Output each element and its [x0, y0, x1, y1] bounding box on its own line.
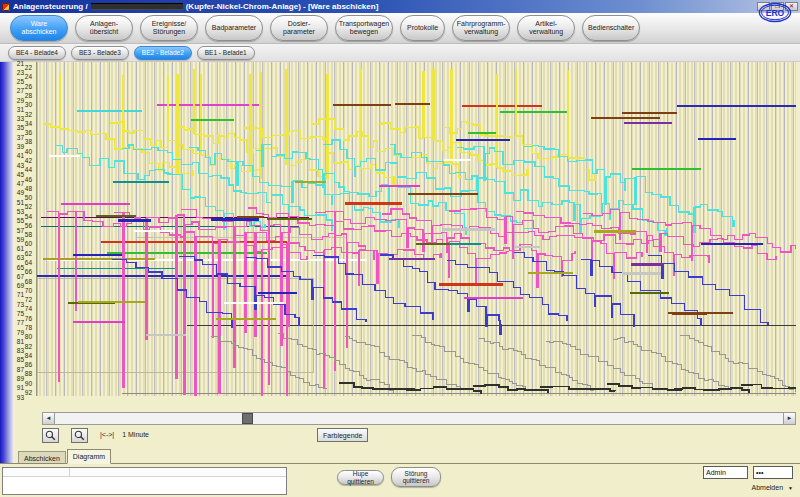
- toolbar-button-dosier-parameter[interactable]: Dosier- parameter: [270, 15, 328, 41]
- scrollbar-track[interactable]: [55, 413, 783, 424]
- trace-entlade-dark-1: [406, 387, 481, 394]
- view-tab-bar: AbschickenDiagramm: [18, 449, 112, 464]
- toolbar-button-transportwagen-bewegen[interactable]: Transportwagen bewegen: [335, 15, 393, 41]
- logout-label: Abmelden: [752, 484, 784, 491]
- horn-acknowledge-button[interactable]: Hupe quittieren: [337, 470, 384, 485]
- left-accent-strip: [0, 62, 13, 497]
- bottom-panel: Hupe quittieren Störung quittieren Abmel…: [0, 464, 800, 497]
- trace-spuele-cyan-2: [189, 148, 399, 228]
- trace-trockner-gray-2: [345, 337, 460, 391]
- trace-trockner-gray-4: [479, 339, 594, 391]
- toolbar-button-ereignisse-st-rungen[interactable]: Ereignisse/ Störungen: [140, 15, 198, 41]
- magnifier-icon: [45, 430, 56, 441]
- title-bar: Anlagensteuerung / (Kupfer-Nickel-Chrom-…: [0, 0, 800, 13]
- trace-spuele-cyan-7: [524, 146, 734, 232]
- svg-text:ERO: ERO: [766, 8, 785, 18]
- toolbar-button-fahrprogramm-verwaltung[interactable]: Fahrprogramm- verwaltung: [452, 15, 510, 41]
- position-axis: 2122232425262728293031323334353637383940…: [13, 62, 36, 402]
- main-toolbar: Ware abschickenAnlagen- übersichtEreigni…: [0, 13, 800, 44]
- toolbar-button-protokolle[interactable]: Protokolle: [400, 15, 445, 41]
- trace-trockner-gray-7: [680, 335, 795, 392]
- app-window: Anlagensteuerung / (Kupfer-Nickel-Chrom-…: [0, 0, 800, 497]
- window-title-prefix: Anlagensteuerung /: [13, 2, 88, 11]
- station-tab-be1[interactable]: BE1 - Belade1: [197, 46, 255, 60]
- ero-logo: ERO: [758, 2, 792, 23]
- toolbar-button-artikel-verwaltung[interactable]: Artikel- verwaltung: [517, 15, 575, 41]
- trace-beize-yellow-3: [244, 70, 394, 185]
- trace-transport-blue-4: [380, 255, 501, 335]
- scroll-right-icon[interactable]: ►: [783, 413, 795, 424]
- trace-entlade-dark-3: [540, 387, 615, 392]
- station-tab-be4[interactable]: BE4 - Belade4: [8, 46, 66, 60]
- trace-trockner-gray-3: [412, 336, 527, 390]
- color-legend-button[interactable]: Farblegende: [317, 428, 368, 442]
- trace-galvanik-magenta-6: [449, 209, 709, 276]
- scroll-left-icon[interactable]: ◄: [43, 413, 55, 424]
- time-scale-label: |<->| 1 Minute: [100, 431, 149, 438]
- station-tab-row: BE4 - Belade4BE3 - Belade3BE2 - Belade2B…: [0, 44, 800, 62]
- redacted-title-text: [91, 3, 183, 10]
- station-tab-be3[interactable]: BE3 - Belade3: [71, 46, 129, 60]
- zoom-in-button[interactable]: [42, 428, 59, 443]
- dispatch-list[interactable]: [2, 467, 287, 495]
- axis-tick-93: 93: [14, 395, 24, 401]
- trace-entlade-dark-5: [674, 388, 749, 393]
- toolbar-button-badparameter[interactable]: Badparameter: [205, 15, 263, 41]
- content-area: 2122232425262728293031323334353637383940…: [0, 62, 800, 497]
- chart-horizontal-scrollbar[interactable]: ◄ ►: [42, 412, 796, 425]
- station-tab-be2[interactable]: BE2 - Belade2: [134, 46, 192, 60]
- toolbar-button-ware-abschicken[interactable]: Ware abschicken: [10, 15, 68, 41]
- app-icon: [2, 3, 10, 11]
- trace-spuele-cyan-4: [323, 140, 533, 229]
- trace-transport-blue-3: [313, 255, 433, 319]
- magnifier-icon: [74, 430, 85, 441]
- toolbar-button-anlagen-bersicht[interactable]: Anlagen- übersicht: [75, 15, 133, 41]
- chevron-down-icon: ▼: [788, 485, 793, 491]
- trace-transport-blue-6: [514, 252, 634, 327]
- trace-beize-yellow-0: [43, 74, 193, 175]
- trace-transport-blue-8: [648, 255, 768, 325]
- user-field[interactable]: [703, 466, 748, 479]
- trace-beize-yellow-6: [445, 70, 595, 181]
- trace-galvanik-magenta-7: [516, 211, 776, 259]
- trace-entlade-dark-4: [607, 384, 682, 390]
- trace-entlade-dark-0: [339, 383, 414, 389]
- trace-entlade-dark-2: [473, 385, 548, 392]
- password-field[interactable]: [753, 466, 793, 479]
- view-tab-diagramm[interactable]: Diagramm: [67, 449, 111, 464]
- toolbar-button-bedienschalter[interactable]: Bedienschalter: [582, 15, 640, 41]
- trace-transport-blue-5: [447, 260, 567, 321]
- window-title-suffix: (Kupfer-Nickel-Chrom-Anlage) - [Ware abs…: [186, 2, 379, 11]
- trace-transport-blue-0: [112, 260, 232, 328]
- scale-value: 1 Minute: [122, 431, 149, 438]
- zoom-out-button[interactable]: [71, 428, 88, 443]
- scale-range-glyph: |<->|: [100, 431, 114, 438]
- dispatch-list-header: [3, 468, 286, 477]
- column-divider: [69, 468, 70, 476]
- fault-acknowledge-button[interactable]: Störung quittieren: [391, 467, 441, 487]
- schedule-chart[interactable]: [36, 62, 796, 396]
- logout-control[interactable]: Abmelden ▼: [727, 484, 793, 491]
- scrollbar-thumb[interactable]: [242, 413, 253, 424]
- trace-trockner-gray-5: [546, 341, 661, 389]
